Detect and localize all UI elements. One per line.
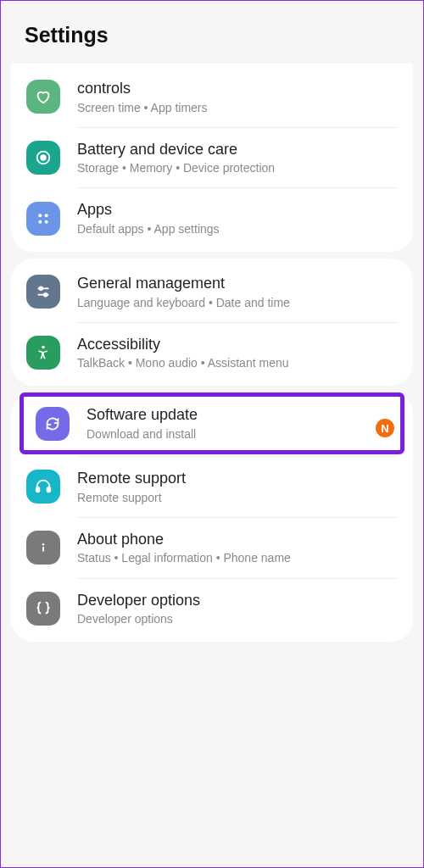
settings-item-remote-support[interactable]: Remote support Remote support xyxy=(11,457,413,517)
header: Settings xyxy=(1,1,423,60)
braces-icon xyxy=(26,592,60,626)
settings-item-about-phone[interactable]: About phone Status • Legal information •… xyxy=(11,518,413,578)
page-title: Settings xyxy=(25,23,109,47)
settings-group-1: controls Screen time • App timers Batter… xyxy=(11,64,413,252)
item-text: Remote support Remote support xyxy=(77,469,398,505)
item-text: controls Screen time • App timers xyxy=(77,79,398,115)
svg-point-7 xyxy=(45,220,48,223)
svg-point-5 xyxy=(45,214,48,217)
new-badge: N xyxy=(376,419,394,437)
svg-point-11 xyxy=(44,293,47,297)
settings-item-controls[interactable]: controls Screen time • App timers xyxy=(11,67,413,127)
settings-item-developer-options[interactable]: Developer options Developer options xyxy=(11,579,413,639)
refresh-icon xyxy=(36,407,70,441)
item-text: General management Language and keyboard… xyxy=(77,274,398,310)
settings-item-accessibility[interactable]: Accessibility TalkBack • Mono audio • As… xyxy=(11,323,413,383)
item-text: Developer options Developer options xyxy=(77,591,398,627)
settings-item-software-update[interactable]: Software update Download and install xyxy=(24,397,400,450)
item-subtitle: Remote support xyxy=(77,490,398,505)
item-title: About phone xyxy=(77,530,398,549)
heart-icon xyxy=(26,80,60,114)
item-text: Apps Default apps • App settings xyxy=(77,200,398,236)
item-title: Software update xyxy=(86,405,388,425)
info-icon xyxy=(26,531,60,565)
accessibility-icon xyxy=(26,336,60,370)
item-text: Software update Download and install xyxy=(86,405,388,442)
svg-point-4 xyxy=(38,214,42,217)
highlight-box: Software update Download and install xyxy=(20,392,404,454)
item-title: Battery and device care xyxy=(77,140,398,159)
item-title: Accessibility xyxy=(77,335,398,354)
svg-point-6 xyxy=(38,220,42,223)
svg-rect-14 xyxy=(47,487,51,492)
search-button[interactable] xyxy=(369,19,399,50)
item-subtitle: Default apps • App settings xyxy=(77,221,398,236)
item-subtitle: Screen time • App timers xyxy=(77,100,398,115)
settings-item-general[interactable]: General management Language and keyboard… xyxy=(11,262,413,322)
item-text: Battery and device care Storage • Memory… xyxy=(77,140,398,176)
svg-rect-13 xyxy=(36,487,40,492)
item-subtitle: Storage • Memory • Device protection xyxy=(77,160,398,175)
svg-rect-18 xyxy=(42,547,44,552)
svg-point-9 xyxy=(39,287,42,291)
headset-icon xyxy=(26,470,60,504)
battery-care-icon xyxy=(26,141,60,175)
item-title: controls xyxy=(77,79,398,98)
item-title: Developer options xyxy=(77,591,398,610)
svg-point-12 xyxy=(42,346,45,349)
svg-point-17 xyxy=(42,543,45,546)
item-subtitle: Status • Legal information • Phone name xyxy=(77,550,398,565)
item-subtitle: Developer options xyxy=(77,611,398,626)
item-text: About phone Status • Legal information •… xyxy=(77,530,398,566)
settings-group-3: Software update Download and install N R… xyxy=(11,392,413,642)
item-title: Remote support xyxy=(77,469,398,488)
item-title: Apps xyxy=(77,200,398,220)
settings-item-battery[interactable]: Battery and device care Storage • Memory… xyxy=(11,128,413,188)
svg-point-3 xyxy=(41,155,46,160)
item-subtitle: TalkBack • Mono audio • Assistant menu xyxy=(77,355,398,370)
settings-group-2: General management Language and keyboard… xyxy=(11,259,413,386)
apps-icon xyxy=(26,202,60,236)
item-subtitle: Download and install xyxy=(86,426,388,442)
item-text: Accessibility TalkBack • Mono audio • As… xyxy=(77,335,398,371)
settings-item-apps[interactable]: Apps Default apps • App settings xyxy=(11,188,413,248)
item-title: General management xyxy=(77,274,398,293)
sliders-icon xyxy=(26,275,60,309)
item-subtitle: Language and keyboard • Date and time xyxy=(77,295,398,310)
